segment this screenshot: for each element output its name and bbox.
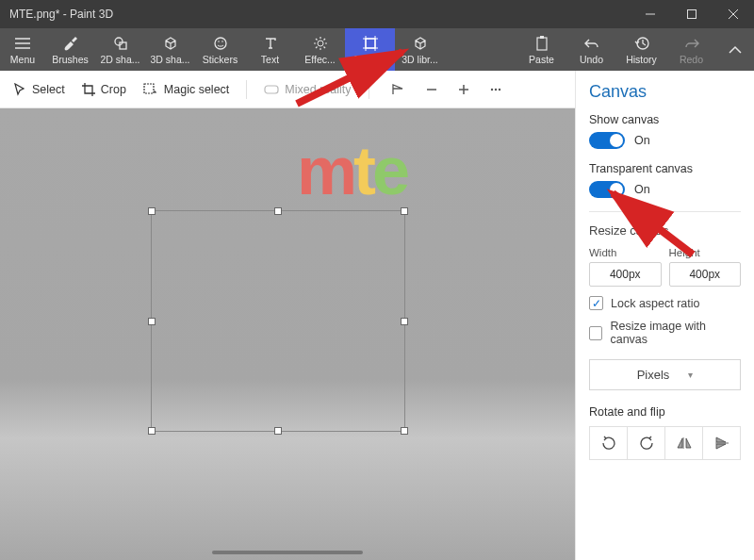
stickers-tab[interactable]: Stickers [195,28,245,71]
redo-button[interactable]: Redo [666,28,716,71]
maximize-button[interactable] [671,0,713,28]
transparent-canvas-toggle[interactable] [589,181,625,198]
horizontal-scroll[interactable] [212,551,363,554]
rotate-left-icon [601,436,616,451]
close-button[interactable] [713,0,754,28]
width-input[interactable] [589,262,662,287]
collapse-ribbon-button[interactable] [716,28,754,71]
cursor-icon [13,83,26,96]
magic-select-tool[interactable]: Magic select [143,83,229,96]
canvas-image-content: mte [297,132,406,209]
menu-icon [15,35,30,52]
more-options-button[interactable] [486,80,505,99]
text-tab[interactable]: Text [245,28,295,71]
history-button[interactable]: History [616,28,666,71]
3d-shapes-tab[interactable]: 3D sha... [145,28,195,71]
resize-image-checkbox[interactable]: Resize image with canvas [589,320,741,346]
flip-v-icon [714,436,729,450]
resize-handle-mr[interactable] [401,318,408,325]
resize-handle-tr[interactable] [401,207,408,215]
zoom-out-button[interactable] [422,80,441,99]
magic-select-icon [143,83,158,96]
svg-point-7 [115,38,123,45]
library-icon [413,35,428,52]
svg-rect-26 [537,38,547,50]
units-dropdown[interactable]: Pixels ▾ [589,359,741,390]
resize-handle-tm[interactable] [274,207,282,215]
svg-point-34 [490,88,492,90]
svg-line-18 [323,46,325,48]
checkbox-icon [589,326,602,340]
svg-point-35 [494,88,496,90]
resize-handle-bm[interactable] [274,427,282,435]
redo-icon [684,35,699,52]
transparent-canvas-value: On [634,183,650,196]
show-canvas-toggle[interactable] [589,132,625,149]
zoom-in-button[interactable] [454,80,473,99]
resize-handle-ml[interactable] [148,318,156,325]
minus-icon [425,83,438,96]
brush-icon [63,35,78,52]
2d-shapes-tab[interactable]: 2D sha... [95,28,145,71]
svg-rect-29 [144,84,154,93]
lock-aspect-checkbox[interactable]: Lock aspect ratio [589,296,741,310]
view-3d-button[interactable] [390,80,409,99]
chevron-up-icon [729,45,742,55]
undo-icon [584,35,599,52]
crop-icon [82,83,95,96]
height-label: Height [669,247,742,258]
effects-tab[interactable]: Effec... [295,28,345,71]
show-canvas-label: Show canvas [589,113,741,126]
resize-canvas-title: Resize canvas [589,223,741,238]
paste-button[interactable]: Paste [516,28,566,71]
svg-point-11 [221,41,223,42]
flag-icon [392,84,407,95]
panel-title: Canvas [589,82,741,102]
crop-tool[interactable]: Crop [82,83,126,96]
shapes-2d-icon [113,35,128,52]
canvas-properties-panel: Canvas Show canvas On Transparent canvas… [575,71,754,560]
selection-rectangle[interactable] [151,210,405,432]
svg-point-9 [215,38,226,49]
rotate-right-icon [639,436,654,451]
flip-h-icon [677,436,692,450]
3d-library-tab[interactable]: 3D libr... [395,28,445,71]
toolbar-separator [246,80,247,99]
dots-icon [489,83,502,96]
window-title: MTE.png* - Paint 3D [9,8,630,21]
svg-rect-21 [366,39,375,48]
svg-point-36 [498,88,500,90]
resize-handle-tl[interactable] [148,207,156,215]
transparent-canvas-label: Transparent canvas [589,162,741,175]
text-icon [263,35,278,52]
chevron-down-icon: ▾ [688,370,693,380]
select-tool[interactable]: Select [13,83,65,96]
mixed-reality-tool[interactable]: Mixed reality [264,83,351,96]
flip-horizontal-button[interactable] [665,427,703,459]
minimize-button[interactable] [630,0,671,28]
undo-button[interactable]: Undo [566,28,616,71]
svg-line-20 [323,39,325,41]
shapes-3d-icon [163,35,178,52]
toolbar-separator [369,80,369,99]
resize-handle-br[interactable] [401,427,408,435]
show-canvas-value: On [634,134,650,147]
svg-point-12 [318,41,323,46]
flip-vertical-button[interactable] [703,427,740,459]
brushes-tab[interactable]: Brushes [45,28,95,71]
width-label: Width [589,247,662,258]
svg-line-17 [316,39,318,41]
rotate-right-button[interactable] [628,427,665,459]
sticker-icon [213,35,228,52]
panel-divider [589,211,741,212]
svg-rect-8 [120,42,126,49]
resize-handle-bl[interactable] [148,427,156,435]
svg-rect-27 [540,36,544,39]
history-icon [634,35,649,52]
rotate-left-button[interactable] [590,427,628,459]
canvas-workspace[interactable]: mte [0,108,575,560]
canvas-tab[interactable]: Canvas [345,28,395,71]
effects-icon [313,35,328,52]
height-input[interactable] [669,262,742,287]
menu-button[interactable]: Menu [0,28,45,71]
